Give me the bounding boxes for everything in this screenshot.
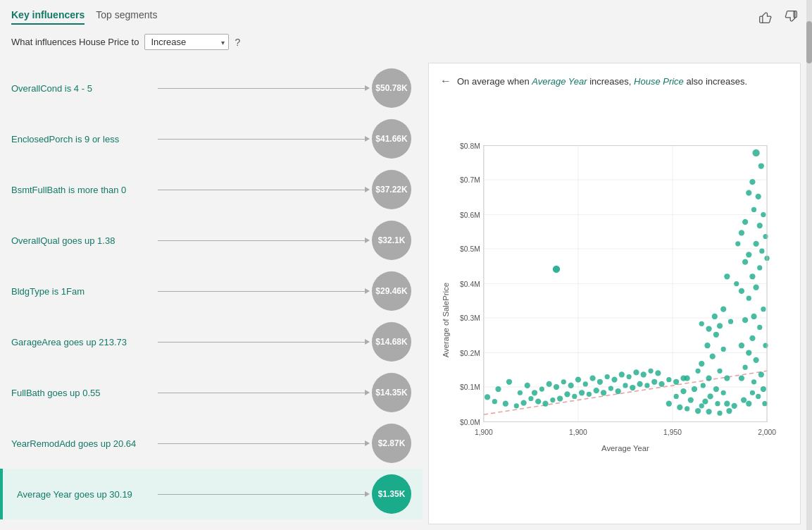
svg-point-70 bbox=[713, 332, 719, 338]
svg-point-38 bbox=[763, 234, 768, 239]
svg-point-39 bbox=[753, 241, 758, 247]
svg-point-123 bbox=[485, 394, 490, 400]
influencer-item-6[interactable]: FullBath goes up 0.55 $14.35K bbox=[0, 367, 423, 418]
svg-text:$0.7M: $0.7M bbox=[460, 176, 480, 184]
svg-point-125 bbox=[503, 401, 508, 407]
svg-point-57 bbox=[763, 343, 768, 348]
svg-point-154 bbox=[706, 326, 711, 331]
dropdown-wrapper: Increase Decrease ▾ bbox=[144, 34, 229, 50]
svg-text:$0.2M: $0.2M bbox=[460, 350, 480, 357]
svg-point-110 bbox=[568, 383, 574, 388]
influencer-item-8[interactable]: Average Year goes up 30.19 $1.35K bbox=[0, 469, 423, 519]
svg-point-113 bbox=[589, 376, 595, 381]
item-label-4: BldgType is 1Fam bbox=[11, 286, 152, 297]
svg-point-140 bbox=[616, 388, 621, 394]
svg-point-106 bbox=[539, 386, 544, 391]
svg-point-117 bbox=[619, 371, 625, 377]
svg-point-52 bbox=[751, 314, 756, 319]
svg-point-64 bbox=[761, 386, 766, 392]
svg-point-36 bbox=[757, 223, 763, 228]
influencer-item-3[interactable]: OverallQual goes up 1.38 $32.1K bbox=[0, 215, 423, 266]
svg-point-145 bbox=[651, 379, 657, 385]
influencer-item-2[interactable]: BsmtFullBath is more than 0 $37.22K bbox=[0, 164, 423, 215]
influencer-item-1[interactable]: EnclosedPorch is 9 or less $41.66K bbox=[0, 113, 423, 164]
svg-point-102 bbox=[506, 379, 512, 385]
influencer-item-5[interactable]: GarageArea goes up 213.73 $14.68K bbox=[0, 316, 423, 367]
svg-point-95 bbox=[695, 408, 701, 414]
svg-point-143 bbox=[637, 381, 642, 387]
svg-point-83 bbox=[715, 401, 720, 406]
svg-point-135 bbox=[579, 390, 585, 395]
svg-point-138 bbox=[601, 390, 606, 395]
svg-point-66 bbox=[741, 397, 747, 402]
svg-point-128 bbox=[528, 396, 533, 401]
scrollbar[interactable] bbox=[806, 57, 812, 530]
svg-point-122 bbox=[655, 370, 661, 376]
svg-point-50 bbox=[739, 288, 744, 294]
connector-5 bbox=[158, 342, 366, 343]
svg-point-91 bbox=[674, 394, 679, 399]
influence-direction-select[interactable]: Increase Decrease bbox=[144, 34, 229, 50]
svg-point-116 bbox=[611, 377, 617, 383]
back-arrow-icon[interactable]: ← bbox=[440, 75, 451, 87]
influencer-item-4[interactable]: BldgType is 1Fam $29.46K bbox=[0, 266, 423, 316]
chart-header: ← On average when Average Year increases… bbox=[440, 75, 789, 87]
connector-6 bbox=[158, 393, 366, 393]
thumbs-down-icon[interactable] bbox=[781, 7, 801, 27]
svg-point-79 bbox=[713, 386, 719, 392]
svg-point-34 bbox=[761, 212, 766, 217]
influencer-item-7[interactable]: YearRemodAdd goes up 20.64 $2.87K bbox=[0, 418, 423, 469]
svg-point-156 bbox=[724, 273, 730, 279]
item-label-8: Average Year goes up 30.19 bbox=[11, 489, 152, 500]
svg-point-87 bbox=[692, 386, 697, 392]
svg-point-109 bbox=[561, 379, 566, 384]
filter-label: What influences House Price to bbox=[11, 37, 139, 47]
svg-point-46 bbox=[757, 265, 762, 270]
item-label-5: GarageArea goes up 213.73 bbox=[11, 337, 152, 347]
thumbs-up-icon[interactable] bbox=[756, 7, 775, 27]
svg-point-98 bbox=[726, 408, 732, 414]
svg-point-148 bbox=[673, 379, 679, 385]
influencer-item-0[interactable]: OverallCond is 4 - 5 $50.78K bbox=[0, 63, 423, 113]
svg-point-60 bbox=[743, 365, 748, 370]
svg-text:Average Year: Average Year bbox=[601, 444, 649, 452]
svg-point-65 bbox=[750, 390, 755, 395]
svg-point-151 bbox=[712, 314, 718, 319]
svg-point-124 bbox=[492, 399, 497, 404]
value-bubble-1: $41.66K bbox=[372, 119, 411, 159]
value-bubble-7: $2.87K bbox=[372, 424, 411, 463]
svg-point-99 bbox=[732, 403, 737, 409]
svg-point-81 bbox=[721, 390, 726, 395]
help-icon[interactable]: ? bbox=[235, 37, 240, 48]
item-label-1: EnclosedPorch is 9 or less bbox=[11, 134, 152, 144]
tabs: Key influencers Top segments bbox=[11, 9, 157, 25]
svg-point-62 bbox=[751, 379, 756, 384]
svg-point-30 bbox=[758, 163, 764, 168]
svg-point-129 bbox=[535, 399, 541, 405]
svg-point-149 bbox=[680, 376, 686, 381]
svg-point-44 bbox=[742, 259, 748, 265]
tab-key-influencers[interactable]: Key influencers bbox=[11, 9, 85, 25]
svg-point-53 bbox=[742, 317, 748, 323]
svg-text:$0.1M: $0.1M bbox=[460, 383, 480, 391]
svg-text:2,000: 2,000 bbox=[758, 429, 776, 436]
svg-point-137 bbox=[594, 388, 599, 393]
tab-top-segments[interactable]: Top segments bbox=[96, 9, 157, 25]
svg-point-118 bbox=[627, 374, 632, 379]
connector-0 bbox=[158, 88, 366, 89]
svg-point-134 bbox=[572, 394, 577, 399]
svg-point-84 bbox=[724, 401, 730, 407]
svg-point-141 bbox=[623, 383, 627, 388]
svg-point-157 bbox=[734, 281, 739, 286]
svg-text:$0.8M: $0.8M bbox=[460, 142, 480, 150]
value-bubble-3: $32.1K bbox=[372, 221, 411, 260]
svg-point-139 bbox=[608, 386, 613, 390]
svg-point-67 bbox=[756, 394, 761, 399]
svg-point-104 bbox=[525, 383, 530, 388]
item-label-7: YearRemodAdd goes up 20.64 bbox=[11, 438, 152, 449]
svg-point-101 bbox=[495, 386, 501, 392]
item-label-0: OverallCond is 4 - 5 bbox=[11, 83, 152, 94]
svg-text:1,900: 1,900 bbox=[475, 429, 493, 436]
svg-point-29 bbox=[752, 149, 759, 156]
svg-point-103 bbox=[518, 390, 523, 395]
